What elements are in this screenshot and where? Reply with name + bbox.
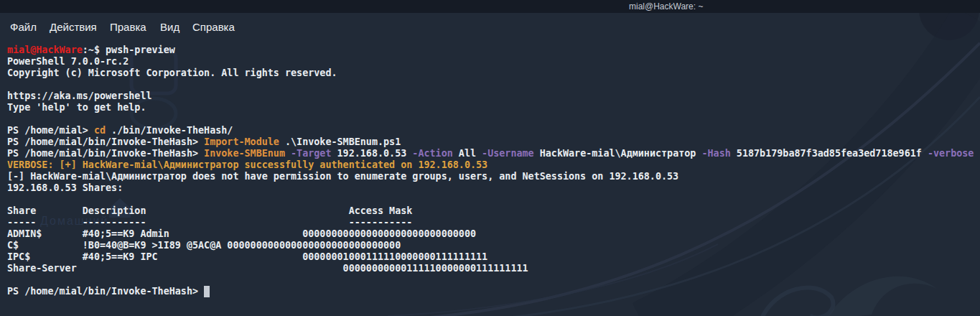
- terminal-text-segment: IPC$ #40;5==K9 IPC 000000010001111100000…: [7, 251, 487, 262]
- terminal-line: PS /home/mial> cd ./bin/Invoke-TheHash/: [7, 125, 980, 136]
- terminal-line: VERBOSE: [+] HackWare-mial\Администратор…: [7, 159, 980, 171]
- terminal-line: ADMIN$ #40;5==K9 Admin 00000000000000000…: [7, 228, 980, 240]
- terminal-text-segment: PS /home/mial/bin/Invoke-TheHash>: [7, 286, 204, 297]
- terminal-text-segment: ./bin/Invoke-TheHash/: [106, 125, 233, 136]
- terminal-line: Share-Server 000000000001111100000001111…: [7, 263, 980, 274]
- terminal-text-segment: -Target: [291, 148, 331, 159]
- menu-item-file[interactable]: Файл: [10, 21, 37, 33]
- terminal-text-segment: -Action: [412, 148, 452, 159]
- terminal-cursor: [204, 286, 210, 297]
- terminal-text-segment: Import-Module: [204, 136, 279, 147]
- terminal-line: [7, 274, 980, 286]
- terminal-line: PowerShell 7.0.0-rc.2: [7, 56, 980, 68]
- window-titlebar[interactable]: mial@HackWare: ~: [0, 0, 980, 13]
- terminal-text-segment: C$ !B0=40@B=K9 >1I89 @5AC@A 000000000000…: [7, 240, 401, 251]
- terminal-line: [7, 79, 980, 90]
- terminal-window: Домашний mial@HackWare: ~ ФайлДействияПр…: [0, 0, 980, 316]
- terminal-text-segment: PS /home/mial/bin/Invoke-TheHash>: [7, 136, 204, 147]
- terminal-text-segment: .\Invoke-SMBEnum.ps1: [279, 136, 401, 147]
- terminal-text-segment: All: [453, 148, 482, 159]
- terminal-text-segment: cd: [94, 125, 106, 136]
- terminal-text-segment: -Hash: [701, 148, 730, 159]
- terminal-line: [7, 113, 980, 125]
- terminal-text-segment: ADMIN$ #40;5==K9 Admin 00000000000000000…: [7, 228, 476, 239]
- terminal-line: [7, 194, 980, 205]
- terminal-line: IPC$ #40;5==K9 IPC 000000010001111100000…: [7, 251, 980, 263]
- menu-item-help[interactable]: Справка: [192, 21, 235, 33]
- terminal-text-segment: -Username: [482, 148, 534, 159]
- terminal-line: [-] HackWare-mial\Администратор does not…: [7, 171, 980, 182]
- terminal-text-segment: 192.168.0.53 Shares:: [7, 182, 123, 193]
- terminal-text-segment: VERBOSE: [+] HackWare-mial\Администратор…: [7, 159, 487, 170]
- terminal-text-segment: HackWare-mial\Администратор: [534, 148, 702, 159]
- terminal-text-segment: -verbose: [928, 148, 974, 159]
- terminal-text-segment: 5187b179ba87f3ad85fea3ed718e961f: [731, 148, 928, 159]
- terminal-line: Type 'help' to get help.: [7, 102, 980, 113]
- menu-item-actions[interactable]: Действия: [50, 21, 97, 33]
- window-title: mial@HackWare: ~: [629, 1, 703, 11]
- terminal-text-segment: Copyright (c) Microsoft Corporation. All…: [7, 68, 337, 78]
- menu-item-view[interactable]: Вид: [160, 21, 179, 33]
- terminal-text-segment: Type 'help' to get help.: [7, 102, 146, 113]
- terminal-text-segment: [285, 148, 291, 159]
- terminal-text-segment: ----- ----------- -----------: [7, 217, 412, 228]
- terminal-text-segment: https://aka.ms/powershell: [7, 90, 152, 101]
- terminal[interactable]: mial@HackWare:~$ pwsh-previewPowerShell …: [0, 39, 980, 316]
- terminal-line: mial@HackWare:~$ pwsh-preview: [7, 45, 980, 56]
- terminal-text-segment: PS /home/mial/bin/Invoke-TheHash>: [7, 148, 204, 159]
- terminal-line: https://aka.ms/powershell: [7, 90, 980, 102]
- menu-item-edit[interactable]: Правка: [110, 21, 146, 33]
- terminal-text-segment: :~$ pwsh-preview: [83, 45, 175, 55]
- terminal-text-segment: Invoke-SMBEnum: [204, 148, 285, 159]
- terminal-line: PS /home/mial/bin/Invoke-TheHash> Invoke…: [7, 148, 980, 159]
- terminal-line: PS /home/mial/bin/Invoke-TheHash> Import…: [7, 136, 980, 148]
- terminal-line: PS /home/mial/bin/Invoke-TheHash>: [7, 286, 980, 297]
- terminal-text-segment: PowerShell 7.0.0-rc.2: [7, 56, 129, 67]
- terminal-text-segment: [-] HackWare-mial\Администратор does not…: [7, 171, 678, 182]
- terminal-line: ----- ----------- -----------: [7, 217, 980, 228]
- terminal-line: Share Description Access Mask: [7, 205, 980, 217]
- terminal-line: 192.168.0.53 Shares:: [7, 182, 980, 194]
- terminal-text-segment: mial@HackWare: [7, 45, 83, 55]
- menubar: ФайлДействияПравкаВидСправка: [0, 13, 980, 40]
- terminal-text-segment: Share Description Access Mask: [7, 205, 412, 216]
- terminal-text-segment: PS /home/mial>: [7, 125, 94, 136]
- terminal-line: Copyright (c) Microsoft Corporation. All…: [7, 68, 980, 79]
- terminal-text-segment: 192.168.0.53: [331, 148, 412, 159]
- terminal-text-segment: Share-Server 000000000001111100000001111…: [7, 263, 528, 274]
- terminal-line: C$ !B0=40@B=K9 >1I89 @5AC@A 000000000000…: [7, 240, 980, 251]
